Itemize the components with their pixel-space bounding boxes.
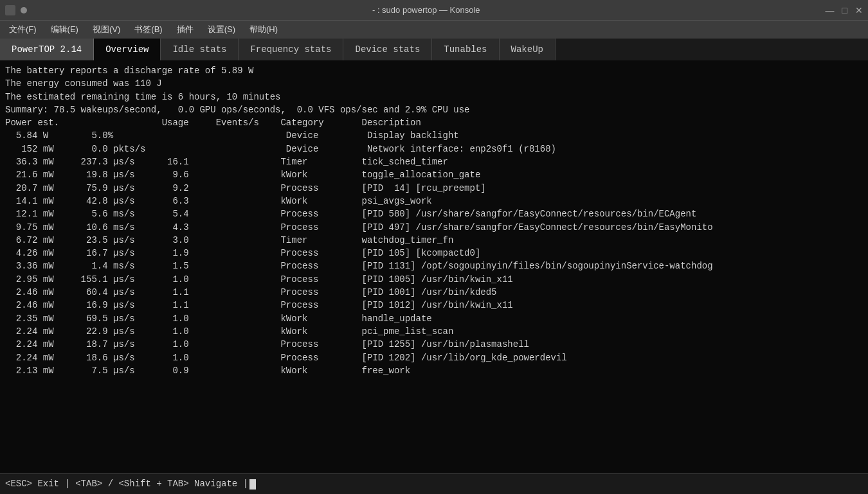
- menu-item-v[interactable]: 视图(V): [86, 22, 127, 37]
- tabbar: PowerTOP 2.14OverviewIdle statsFrequency…: [0, 39, 868, 60]
- terminal-line: 9.75 mW 10.6 ms/s 4.3 Process [PID 497] …: [5, 221, 863, 234]
- terminal-line: The estimated remaining time is 6 hours,…: [5, 91, 863, 103]
- minimize-button[interactable]: —: [826, 5, 835, 15]
- terminal-line: 14.1 mW 42.8 µs/s 6.3 kWork psi_avgs_wor…: [5, 195, 863, 207]
- cursor: [249, 479, 256, 490]
- titlebar-controls: — □ ✕: [826, 5, 863, 15]
- terminal-line: 2.13 mW 7.5 µs/s 0.9 kWork free_work: [5, 364, 863, 377]
- menu-item-b[interactable]: 书签(B): [128, 22, 168, 37]
- menu-item-e[interactable]: 编辑(E): [44, 22, 85, 37]
- statusbar-text: <ESC> Exit | <TAB> / <Shift + TAB> Navig…: [5, 479, 256, 489]
- statusbar: <ESC> Exit | <TAB> / <Shift + TAB> Navig…: [0, 473, 868, 494]
- terminal-line: Power est. Usage Events/s Category Descr…: [5, 116, 863, 129]
- terminal-line: The energy consumed was 110 J: [5, 77, 863, 90]
- terminal-line: 36.3 mW 237.3 µs/s 16.1 Timer tick_sched…: [5, 155, 863, 168]
- terminal-line: Summary: 78.5 wakeups/second, 0.0 GPU op…: [5, 103, 863, 116]
- terminal: The battery reports a discharge rate of …: [0, 60, 868, 473]
- terminal-line: The battery reports a discharge rate of …: [5, 64, 863, 77]
- menubar: 文件(F)编辑(E)视图(V)书签(B)插件设置(S)帮助(H): [0, 21, 868, 39]
- app-icon: [5, 5, 15, 15]
- menu-item-[interactable]: 插件: [170, 22, 200, 37]
- titlebar: - : sudo powertop — Konsole — □ ✕: [0, 0, 868, 21]
- tab-frequency-stats[interactable]: Frequency stats: [239, 39, 343, 60]
- titlebar-dot: [21, 7, 27, 13]
- terminal-line: 6.72 mW 23.5 µs/s 3.0 Timer watchdog_tim…: [5, 234, 863, 247]
- terminal-line: 3.36 mW 1.4 ms/s 1.5 Process [PID 1131] …: [5, 260, 863, 272]
- menu-item-s[interactable]: 设置(S): [201, 22, 242, 37]
- terminal-line: 2.95 mW 155.1 µs/s 1.0 Process [PID 1005…: [5, 273, 863, 286]
- terminal-line: 2.46 mW 60.4 µs/s 1.1 Process [PID 1001]…: [5, 286, 863, 299]
- terminal-line: 2.24 mW 18.7 µs/s 1.0 Process [PID 1255]…: [5, 338, 863, 351]
- terminal-line: 20.7 mW 75.9 µs/s 9.2 Process [PID 14] […: [5, 182, 863, 195]
- tab-idle-stats[interactable]: Idle stats: [161, 39, 239, 60]
- terminal-line: 2.24 mW 18.6 µs/s 1.0 Process [PID 1202]…: [5, 351, 863, 364]
- tab-overview[interactable]: Overview: [94, 39, 161, 60]
- terminal-line: 2.35 mW 69.5 µs/s 1.0 kWork handle_updat…: [5, 312, 863, 325]
- maximize-button[interactable]: □: [842, 5, 847, 15]
- terminal-line: 2.46 mW 16.9 µs/s 1.1 Process [PID 1012]…: [5, 299, 863, 312]
- terminal-line: 12.1 mW 5.6 ms/s 5.4 Process [PID 580] /…: [5, 207, 863, 220]
- terminal-line: 2.24 mW 22.9 µs/s 1.0 kWork pci_pme_list…: [5, 325, 863, 338]
- titlebar-title: - : sudo powertop — Konsole: [372, 5, 480, 15]
- tab-device-stats[interactable]: Device stats: [343, 39, 432, 60]
- terminal-line: 21.6 mW 19.8 µs/s 9.6 kWork toggle_alloc…: [5, 168, 863, 181]
- titlebar-left: [5, 5, 27, 15]
- tab-wakeup[interactable]: WakeUp: [500, 39, 556, 60]
- tab-tunables[interactable]: Tunables: [432, 39, 499, 60]
- terminal-line: 4.26 mW 16.7 µs/s 1.9 Process [PID 105] …: [5, 247, 863, 260]
- close-button[interactable]: ✕: [855, 5, 863, 15]
- terminal-line: 152 mW 0.0 pkts/s Device Network interfa…: [5, 143, 863, 155]
- menu-item-f[interactable]: 文件(F): [3, 22, 43, 37]
- terminal-line: 5.84 W 5.0% Device Display backlight: [5, 129, 863, 142]
- tab-powertop-2.14[interactable]: PowerTOP 2.14: [0, 39, 94, 60]
- menu-item-h[interactable]: 帮助(H): [243, 22, 284, 37]
